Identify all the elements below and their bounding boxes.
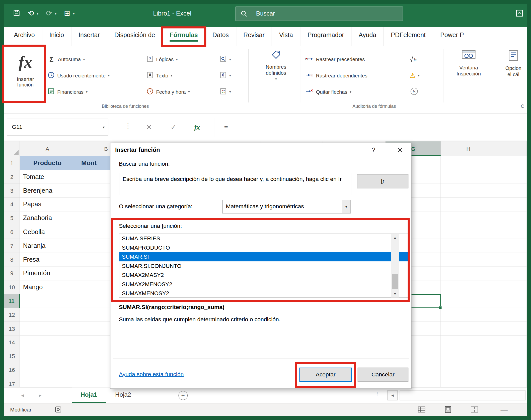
function-list-item[interactable]: SUMAX2MASY2 (119, 271, 408, 280)
ribbon-tab-insertar[interactable]: Insertar (71, 27, 107, 46)
page-layout-view-icon[interactable] (444, 406, 452, 414)
math-trig-button[interactable]: θ ▾ (219, 67, 231, 84)
cancel-entry-button[interactable]: ✕ (142, 121, 156, 133)
category-dropdown[interactable]: Matemáticas y trigonométricas ▾ (222, 200, 351, 213)
cell-A1[interactable]: Producto (20, 156, 75, 170)
zoom-out-icon[interactable]: — (500, 403, 507, 416)
function-list-item[interactable]: SUMAX2MENOSY2 (119, 280, 408, 289)
ribbon-tab-pdfelement[interactable]: PDFelement (384, 27, 433, 46)
cell-A8[interactable]: Fresa (20, 253, 75, 267)
row-header-12[interactable]: 12 (4, 308, 20, 322)
horizontal-scrollbar[interactable] (400, 390, 525, 400)
sheet-tab-hoja1[interactable]: Hoja1 (72, 387, 106, 403)
cell-A4[interactable]: Papas (20, 198, 75, 212)
cell-x5[interactable] (496, 212, 527, 225)
row-header-2[interactable]: 2 (4, 170, 20, 184)
column-header-a[interactable]: A (20, 141, 75, 156)
function-list-item[interactable]: SUMAPRODUCTO (119, 243, 408, 252)
cell-H4[interactable] (441, 198, 496, 212)
ribbon-tab-programador[interactable]: Programador (300, 27, 351, 46)
cell-x7[interactable] (496, 239, 527, 253)
category-dropdown-icon[interactable]: ▾ (342, 200, 350, 213)
text-dropdown-icon[interactable]: ▾ (171, 73, 172, 77)
sheet-nav-right-icon[interactable]: ► (38, 387, 42, 403)
cell-x13[interactable] (496, 322, 527, 336)
help-on-function-link[interactable]: Ayuda sobre esta función (119, 371, 184, 378)
show-formulas-button[interactable]: fx (410, 51, 420, 67)
ribbon-tab-power-p[interactable]: Power P (433, 27, 471, 46)
enter-entry-button[interactable]: ✓ (167, 121, 180, 133)
undo-icon[interactable]: ⟲ (28, 9, 34, 18)
row-header-7[interactable]: 7 (4, 239, 20, 253)
row-header-16[interactable]: 16 (4, 363, 20, 377)
table-borders-icon[interactable]: ⊞ (64, 9, 70, 18)
hscroll-left-icon[interactable]: ◄ (388, 390, 398, 400)
trace-dependents-button[interactable]: Rastrear dependientes (305, 67, 367, 84)
row-header-15[interactable]: 15 (4, 349, 20, 363)
cell-H10[interactable] (441, 280, 496, 294)
accept-button[interactable]: Aceptar (299, 368, 352, 382)
row-header-5[interactable]: 5 (4, 212, 20, 225)
logical-button[interactable]: ? Lógicas ▾ (146, 51, 190, 67)
cell-A9[interactable]: Pimentón (20, 267, 75, 280)
ribbon-tab-revisar[interactable]: Revisar (236, 27, 272, 46)
cell-A7[interactable]: Naranja (20, 239, 75, 253)
insert-function-button[interactable]: fx Insertar función (7, 48, 44, 101)
financial-dropdown-icon[interactable]: ▾ (86, 90, 88, 93)
cell-x12[interactable] (496, 308, 527, 322)
row-header-13[interactable]: 13 (4, 322, 20, 336)
cell-A10[interactable]: Mango (20, 280, 75, 294)
cell-H6[interactable] (441, 225, 496, 239)
search-box[interactable]: Buscar (235, 7, 403, 21)
macro-record-icon[interactable] (55, 406, 62, 415)
sheet-nav-left-icon[interactable]: ◄ (20, 387, 25, 403)
cell-A16[interactable] (20, 363, 75, 377)
cell-A17[interactable] (20, 377, 75, 387)
cell-H16[interactable] (441, 363, 496, 377)
ribbon-tab-ayuda[interactable]: Ayuda (351, 27, 383, 46)
name-box-dropdown-icon[interactable]: ▾ (103, 125, 105, 130)
evaluate-formula-button[interactable]: fx (410, 83, 420, 100)
cell-A15[interactable] (20, 349, 75, 363)
row-header-1[interactable]: 1 (4, 156, 20, 170)
cell-H1[interactable] (441, 156, 496, 170)
ribbon-tab-disposicion-de[interactable]: Disposición de (107, 27, 162, 46)
cell-x9[interactable] (496, 267, 527, 280)
row-header-4[interactable]: 4 (4, 198, 20, 212)
logical-dropdown-icon[interactable]: ▾ (176, 57, 178, 61)
cell-A12[interactable] (20, 308, 75, 322)
cell-H8[interactable] (441, 253, 496, 267)
text-functions-button[interactable]: A Texto ▾ (146, 67, 190, 84)
row-header-17[interactable]: 17 (4, 377, 20, 387)
cell-x17[interactable] (496, 377, 527, 387)
remove-arrows-dropdown-icon[interactable]: ▾ (350, 90, 351, 93)
function-list-item[interactable]: SUMAR.SI (119, 252, 408, 261)
more-functions-button[interactable]: ▾ (219, 83, 231, 100)
search-function-input[interactable]: Escriba una breve descripción de lo que … (119, 173, 351, 195)
cell-H5[interactable] (441, 212, 496, 225)
cell-H17[interactable] (441, 377, 496, 387)
qat-customize-icon[interactable]: ▾ (73, 12, 75, 16)
cell-x10[interactable] (496, 280, 527, 294)
financial-button[interactable]: Financieras ▾ (47, 83, 110, 100)
remove-arrows-button[interactable]: Quitar flechas ▾ (305, 83, 367, 100)
more-functions-dropdown-icon[interactable]: ▾ (229, 90, 231, 93)
function-list-item[interactable]: SUMA.SERIES (119, 234, 408, 243)
cell-x3[interactable] (496, 184, 527, 198)
dialog-close-button[interactable]: ✕ (394, 145, 406, 155)
cell-H3[interactable] (441, 184, 496, 198)
cell-H2[interactable] (441, 170, 496, 184)
math-trig-dropdown-icon[interactable]: ▾ (229, 73, 231, 77)
cell-A13[interactable] (20, 322, 75, 336)
error-checking-dropdown-icon[interactable]: ▾ (418, 73, 420, 77)
go-button[interactable]: Ir (357, 174, 408, 188)
row-header-6[interactable]: 6 (4, 225, 20, 239)
cell-x11[interactable] (496, 294, 527, 308)
cell-A5[interactable]: Zanahoria (20, 212, 75, 225)
function-list-item[interactable]: SUMAR.SI.CONJUNTO (119, 261, 408, 270)
redo-dropdown-icon[interactable]: ▾ (55, 12, 57, 16)
cell-x4[interactable] (496, 198, 527, 212)
cell-A3[interactable]: Berenjena (20, 184, 75, 198)
cell-H12[interactable] (441, 308, 496, 322)
scrollbar-thumb[interactable] (392, 274, 398, 289)
